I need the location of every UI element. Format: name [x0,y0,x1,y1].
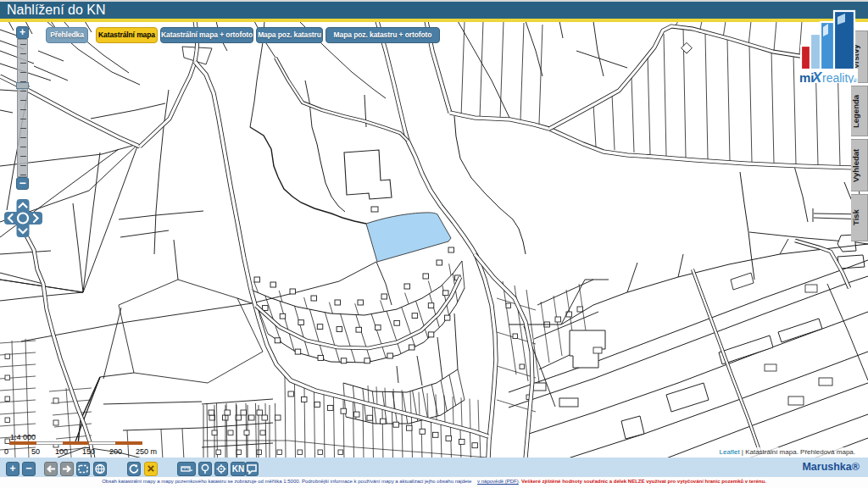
svg-text:reality.: reality. [822,71,856,83]
svg-text:®: ® [854,78,858,83]
svg-text:X: X [811,69,823,83]
